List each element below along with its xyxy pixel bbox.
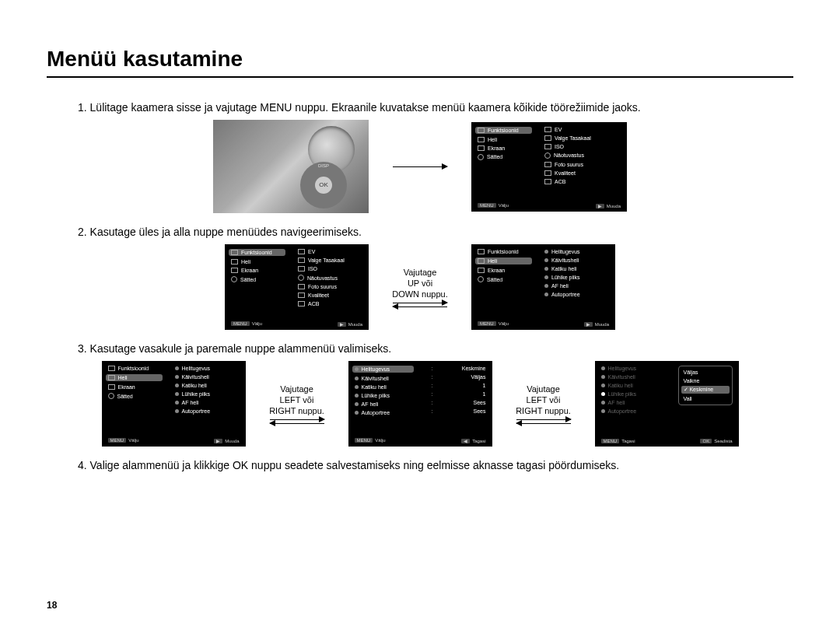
lcd-screen-volume-options: Helitugevus Käivitusheli Katiku heli Lüh…	[595, 361, 739, 447]
lcd-screen-funktsioonid-2: Funktsioonid Heli Ekraan Sätted EV Valge…	[225, 244, 369, 330]
arrow-right-icon	[270, 419, 324, 420]
nav-pad: DISP OK	[300, 162, 347, 208]
camera-icon	[478, 128, 485, 133]
ok-button: OK	[315, 177, 332, 194]
arrow-label-lr: Vajutage LEFT või RIGHT nuppu.	[516, 384, 571, 417]
option-keskmine: Keskmine	[681, 386, 730, 394]
item-kvaliteet: Kvaliteet	[544, 170, 621, 176]
tab-ekraan: Ekraan	[478, 268, 532, 273]
sound-icon	[478, 137, 485, 142]
option-vali: Vali	[681, 395, 730, 402]
lcd-screen-heli-2: Funktsioonid Heli Ekraan Sätted Helituge…	[102, 361, 246, 447]
camera-hardware-photo: DISP OK	[213, 120, 369, 213]
tab-heli: Heli	[475, 257, 532, 264]
arrow-block-updown: Vajutage UP või DOWN nuppu.	[381, 267, 459, 308]
lcd-screen-heli-values: Helitugevus Käivitusheli Katiku heli Lüh…	[348, 361, 492, 447]
arrow-label-lr: Vajutage LEFT või RIGHT nuppu.	[269, 384, 324, 417]
item-iso: ISO	[544, 144, 621, 149]
tab-funktsioonid: Funktsioonid	[475, 127, 532, 134]
lcd-screen-funktsioonid: Funktsioonid Heli Ekraan Sätted EV Valge…	[471, 122, 627, 212]
item-valge-tasakaal: Valge Tasakaal	[544, 135, 621, 141]
tab-funktsioonid: Funktsioonid	[229, 249, 285, 256]
display-icon	[478, 145, 485, 151]
arrow-left-icon	[393, 306, 447, 307]
arrow-block-lr-1: Vajutage LEFT või RIGHT nuppu.	[258, 384, 336, 425]
menu-tabs-column: Funktsioonid Heli Ekraan Sätted	[478, 127, 532, 192]
tab-satted: Sätted	[478, 276, 532, 282]
disp-label: DISP	[318, 163, 329, 168]
arrow-left-icon	[516, 423, 571, 424]
step-3-text: 3. Kasutage vasakule ja paremale nuppe a…	[47, 342, 793, 355]
menu-items-column: EV Valge Tasakaal ISO Näotuvastus Foto s…	[544, 127, 621, 192]
step-4-text: 4. Valige alammenüü ja klikkige OK nuppu…	[47, 459, 793, 471]
lcd-footer: MENUVälju ▶Muuda	[478, 203, 621, 208]
values-column: :Keskmine :Väljas :1 :1 :Sees :Sees	[432, 366, 486, 414]
arrow-left-icon	[270, 423, 324, 424]
tab-satted: Sätted	[478, 154, 532, 160]
option-vaikne: Vaikne	[681, 377, 730, 384]
item-helitugevus: Helitugevus	[544, 249, 609, 254]
arrow-right-icon	[393, 166, 447, 167]
tab-ekraan: Ekraan	[478, 145, 532, 151]
page-number: 18	[47, 600, 57, 611]
step-1-text: 1. Lülitage kaamera sisse ja vajutage ME…	[47, 101, 793, 114]
tab-funktsioonid: Funktsioonid	[478, 249, 532, 254]
volume-options-popup: Väljas Vaikne Keskmine Vali	[678, 366, 733, 405]
arrow-block-1	[381, 166, 459, 167]
item-foto-suurus: Foto suurus	[544, 162, 621, 167]
tab-ekraan: Ekraan	[231, 268, 285, 273]
gear-icon	[478, 154, 484, 160]
step-2-text: 2. Kasutage üles ja alla nuppe menüüdes …	[47, 226, 793, 238]
tab-heli: Heli	[478, 137, 532, 142]
page-title: Menüü kasutamine	[47, 47, 793, 78]
figure-row-3: Funktsioonid Heli Ekraan Sätted Helituge…	[47, 361, 793, 447]
lcd-screen-heli: Funktsioonid Heli Ekraan Sätted Helituge…	[471, 244, 615, 330]
tab-satted: Sätted	[231, 276, 285, 282]
arrow-block-lr-2: Vajutage LEFT või RIGHT nuppu.	[505, 384, 583, 425]
arrow-right-icon	[393, 303, 447, 303]
item-ev: EV	[544, 127, 621, 132]
item-acb: ACB	[544, 179, 621, 184]
tab-heli: Heli	[231, 259, 285, 264]
figure-row-1: DISP OK Funktsioonid Heli Ekraan Sätted …	[47, 120, 793, 213]
subitem-helitugevus: Helitugevus	[352, 366, 414, 373]
arrow-label-updown: Vajutage UP või DOWN nuppu.	[392, 267, 448, 300]
arrow-right-icon	[516, 419, 571, 420]
option-valjas: Väljas	[681, 369, 730, 376]
item-naotuvastus: Näotuvastus	[544, 152, 621, 159]
figure-row-2: Funktsioonid Heli Ekraan Sätted EV Valge…	[47, 244, 793, 330]
value-helitugevus: Keskmine	[462, 366, 486, 371]
